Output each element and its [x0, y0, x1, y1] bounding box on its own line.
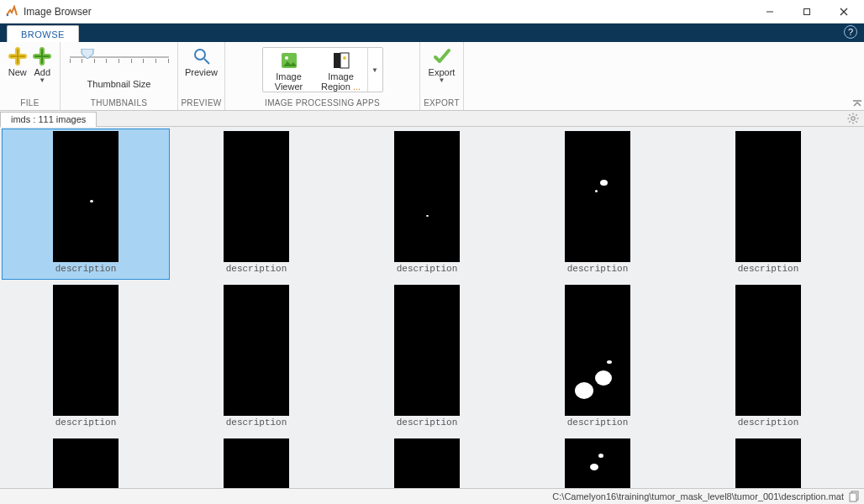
plus-green-icon	[33, 47, 51, 66]
thumbnail-image	[735, 285, 801, 416]
svg-line-19	[856, 121, 856, 122]
window-controls	[751, 1, 862, 23]
thumbnail-cell[interactable]: description	[684, 436, 852, 488]
window-title: Image Browser	[24, 6, 751, 18]
collapse-toolstrip-button[interactable]	[851, 42, 864, 110]
thumbnail-image	[394, 438, 460, 488]
thumbnail-cell[interactable]: description	[172, 436, 340, 488]
thumbnail-caption: description	[226, 417, 287, 428]
svg-point-5	[195, 50, 205, 60]
thumbnail-cell[interactable]: description	[343, 282, 511, 433]
image-viewer-icon	[280, 51, 298, 70]
thumbnail-cell[interactable]: description	[684, 282, 852, 433]
thumbnail-gallery[interactable]: descriptiondescriptiondescriptiondescrip…	[0, 127, 864, 488]
thumbnail-caption: description	[55, 417, 117, 428]
image-viewer-label: ImageViewer	[275, 71, 303, 92]
gear-icon[interactable]	[847, 113, 859, 124]
svg-point-8	[285, 56, 288, 60]
matlab-icon	[5, 5, 18, 18]
maximize-button[interactable]	[788, 1, 825, 23]
thumbnail-cell[interactable]: description	[2, 282, 170, 433]
thumbnail-cell[interactable]: description	[343, 129, 511, 280]
plus-yellow-icon	[8, 47, 27, 66]
thumbnail-image	[394, 131, 460, 262]
apps-dropdown-button[interactable]: ▼	[367, 48, 382, 92]
thumbnail-caption: description	[397, 264, 458, 274]
export-button[interactable]: Export ▼	[425, 45, 458, 83]
thumbnail-image	[224, 285, 289, 416]
thumbnail-image	[53, 131, 119, 262]
dataset-tab[interactable]: imds : 111 images	[0, 112, 97, 128]
add-button[interactable]: Add ▼	[30, 45, 55, 83]
thumbnail-image	[224, 438, 289, 488]
thumbnail-cell[interactable]: description	[514, 282, 682, 433]
toolstrip: New Add ▼ FILE Thumbnail Size	[0, 42, 864, 111]
group-file: New Add ▼ FILE	[0, 42, 61, 110]
thumbnail-caption: description	[226, 264, 287, 274]
svg-rect-2	[804, 8, 810, 14]
group-thumbnails-label: THUMBNAILS	[61, 98, 177, 110]
tab-browse[interactable]: BROWSE	[7, 25, 79, 42]
thumbnail-caption: description	[567, 417, 629, 428]
svg-rect-23	[850, 493, 856, 501]
thumbnail-cell[interactable]: description	[2, 436, 170, 488]
group-file-label: FILE	[0, 98, 60, 110]
preview-button[interactable]: Preview	[183, 45, 219, 77]
thumbnail-image	[565, 285, 630, 416]
thumbnail-caption: description	[738, 264, 799, 274]
gallery-viewport: descriptiondescriptiondescriptiondescrip…	[0, 127, 864, 488]
check-icon	[433, 47, 451, 66]
preview-label: Preview	[185, 67, 218, 77]
group-thumbnails: Thumbnail Size THUMBNAILS	[61, 42, 178, 110]
slider-thumb-icon[interactable]	[80, 49, 95, 59]
thumbnail-image	[565, 438, 630, 488]
minimize-button[interactable]	[751, 1, 788, 23]
thumbnail-cell[interactable]: description	[514, 129, 682, 280]
thumbnail-caption: description	[55, 264, 117, 274]
thumbnail-cell[interactable]: description	[2, 129, 170, 280]
new-button[interactable]: New	[5, 45, 30, 77]
thumbnail-caption: description	[397, 417, 458, 428]
thumbnail-cell[interactable]: description	[343, 436, 511, 488]
thumbnail-cell[interactable]: description	[514, 436, 682, 488]
thumbnail-image	[735, 438, 801, 488]
group-preview: Preview PREVIEW	[178, 42, 225, 110]
image-region-icon	[332, 51, 350, 70]
help-icon[interactable]: ?	[844, 25, 857, 39]
status-path: C:\Camelyon16\training\tumor_mask_level8…	[552, 491, 844, 501]
dropdown-arrow-icon: ▼	[439, 78, 445, 83]
thumbnail-image	[565, 131, 630, 262]
thumbnail-caption: description	[567, 264, 629, 274]
dropdown-arrow-icon: ▼	[39, 78, 45, 83]
svg-rect-9	[334, 53, 340, 68]
thumbnail-cell[interactable]: description	[684, 129, 852, 280]
thumbnail-caption: description	[738, 417, 799, 428]
svg-point-11	[343, 56, 346, 60]
svg-point-13	[851, 117, 855, 120]
thumbnail-image	[735, 131, 801, 262]
chevron-down-icon: ▼	[371, 66, 378, 74]
group-apps: ImageViewer ImageRegion ... ▼ IMAGE PROC…	[225, 42, 420, 110]
thumbnail-size-slider[interactable]: Thumbnail Size	[66, 45, 172, 89]
magnifier-icon	[192, 47, 211, 66]
image-viewer-button[interactable]: ImageViewer	[263, 48, 315, 92]
svg-line-18	[849, 114, 850, 115]
copy-icon[interactable]	[849, 491, 861, 502]
image-region-label: ImageRegion ...	[321, 71, 361, 92]
thumbnail-image	[53, 438, 119, 488]
group-export-label: EXPORT	[420, 98, 463, 110]
thumbnail-cell[interactable]: description	[172, 282, 340, 433]
new-label: New	[8, 67, 27, 77]
apps-gallery: ImageViewer ImageRegion ... ▼	[262, 47, 383, 92]
status-bar: C:\Camelyon16\training\tumor_mask_level8…	[0, 488, 864, 504]
svg-rect-10	[340, 53, 349, 68]
thumbnail-image	[394, 285, 460, 416]
image-region-button[interactable]: ImageRegion ...	[315, 48, 367, 92]
dataset-tab-row: imds : 111 images	[0, 111, 864, 127]
svg-line-21	[856, 114, 856, 115]
close-button[interactable]	[825, 1, 862, 23]
thumbnail-cell[interactable]: description	[172, 129, 340, 280]
ribbon-header: BROWSE ?	[0, 24, 864, 42]
title-bar: Image Browser	[0, 0, 864, 24]
svg-point-0	[7, 13, 8, 15]
